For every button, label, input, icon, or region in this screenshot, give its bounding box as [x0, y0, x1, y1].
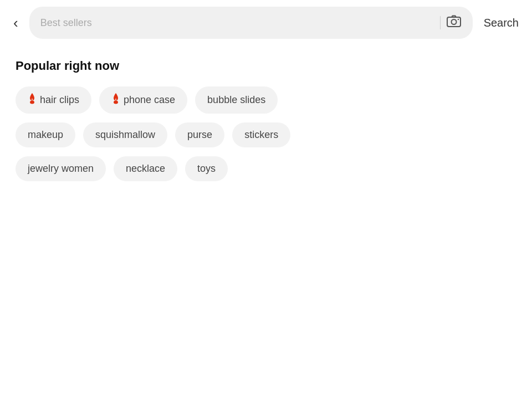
tag-necklace[interactable]: necklace — [114, 156, 177, 181]
tag-bubble-slides[interactable]: bubble slides — [195, 86, 278, 114]
svg-point-2 — [457, 19, 458, 20]
tag-label: stickers — [244, 129, 278, 141]
tags-container: hair clips phone casebubble slidesmakeup… — [16, 86, 516, 181]
tag-squishmallow[interactable]: squishmallow — [83, 122, 167, 147]
fire-icon — [28, 93, 37, 107]
camera-icon[interactable] — [446, 13, 462, 32]
tag-label: toys — [197, 163, 216, 175]
tag-label: bubble slides — [207, 94, 265, 106]
tags-row-1: makeupsquishmallowpursestickers — [16, 122, 516, 147]
tag-stickers[interactable]: stickers — [232, 122, 290, 147]
section-title: Popular right now — [16, 59, 516, 73]
tag-label: makeup — [28, 129, 63, 141]
search-bar[interactable]: Best sellers — [29, 7, 473, 39]
tag-label: squishmallow — [95, 129, 155, 141]
back-button[interactable]: ‹ — [9, 13, 23, 32]
svg-point-4 — [114, 101, 118, 104]
tag-label: purse — [187, 129, 212, 141]
tag-toys[interactable]: toys — [185, 156, 228, 181]
tag-phone-case[interactable]: phone case — [99, 86, 187, 114]
fire-icon — [111, 93, 120, 107]
tags-row-0: hair clips phone casebubble slides — [16, 86, 516, 114]
tag-jewelry-women[interactable]: jewelry women — [16, 156, 106, 181]
search-placeholder: Best sellers — [40, 17, 434, 29]
tag-label: jewelry women — [28, 163, 94, 175]
header: ‹ Best sellers Search — [0, 0, 532, 45]
divider — [440, 16, 441, 29]
search-button[interactable]: Search — [479, 14, 523, 32]
main-content: Popular right now hair clips phone caseb… — [0, 45, 532, 195]
svg-point-3 — [30, 101, 34, 104]
tag-label: hair clips — [40, 94, 79, 106]
tag-label: necklace — [126, 163, 165, 175]
tags-row-2: jewelry womennecklacetoys — [16, 156, 516, 181]
tag-hair-clips[interactable]: hair clips — [16, 86, 91, 114]
svg-point-1 — [451, 19, 456, 24]
tag-makeup[interactable]: makeup — [16, 122, 75, 147]
tag-label: phone case — [124, 94, 175, 106]
tag-purse[interactable]: purse — [175, 122, 224, 147]
svg-rect-0 — [447, 17, 461, 27]
